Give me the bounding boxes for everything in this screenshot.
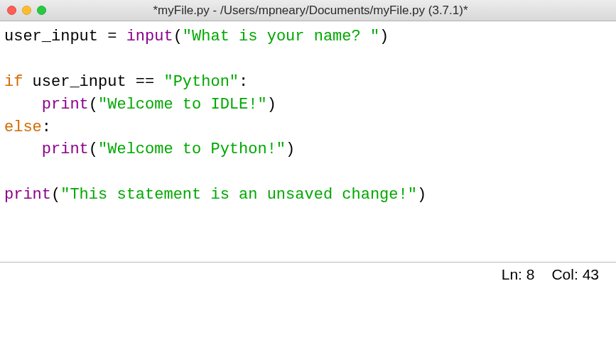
status-bar: Ln: 8 Col: 43 (0, 263, 616, 284)
code-line: user_input = input("What is your name? "… (4, 28, 389, 45)
code-line: print("Welcome to IDLE!") (4, 96, 276, 114)
code-line: if user_input == "Python": (4, 73, 248, 91)
window-title: *myFile.py - /Users/mpneary/Documents/my… (12, 4, 609, 18)
code-line: print("This statement is an unsaved chan… (4, 186, 426, 204)
code-line: print("Welcome to Python!") (4, 140, 295, 158)
titlebar: *myFile.py - /Users/mpneary/Documents/my… (0, 0, 616, 21)
code-editor[interactable]: user_input = input("What is your name? "… (0, 21, 616, 263)
line-indicator: Ln: 8 (502, 266, 535, 283)
code-line: else: (4, 118, 51, 136)
column-indicator: Col: 43 (551, 266, 599, 283)
